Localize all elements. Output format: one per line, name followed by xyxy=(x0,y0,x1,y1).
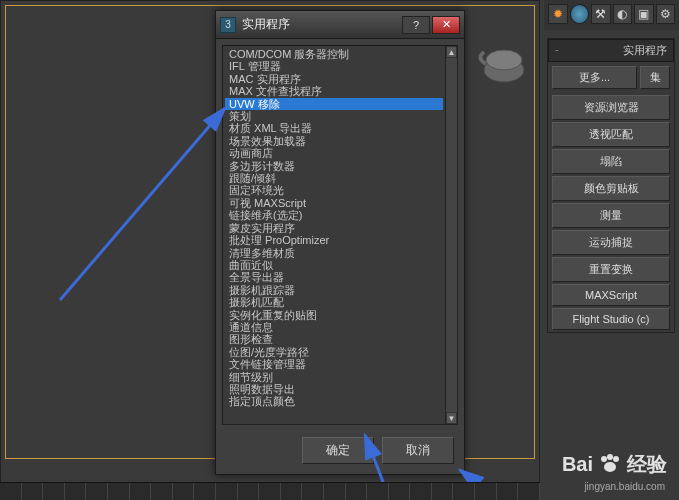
utilities-listbox[interactable]: COM/DCOM 服务器控制IFL 管理器MAC 实用程序MAX 文件查找程序U… xyxy=(222,45,458,425)
watermark-brand-a: Bai xyxy=(562,453,593,476)
list-item[interactable]: 策划 xyxy=(225,110,443,122)
list-item[interactable]: IFL 管理器 xyxy=(225,60,443,72)
list-item[interactable]: 文件链接管理器 xyxy=(225,358,443,370)
sphere-icon[interactable]: ◐ xyxy=(613,4,633,24)
watermark-brand-b: 经验 xyxy=(627,451,667,478)
utility-button[interactable]: 资源浏览器 xyxy=(552,95,670,120)
top-toolbar: ✹ ⚒ ◐ ▣ ⚙ xyxy=(544,0,679,30)
globe-icon[interactable] xyxy=(570,4,590,24)
list-item[interactable]: 照明数据导出 xyxy=(225,383,443,395)
list-item[interactable]: UVW 移除 xyxy=(225,98,443,110)
list-item[interactable]: 位图/光度学路径 xyxy=(225,346,443,358)
help-button[interactable]: ? xyxy=(402,16,430,34)
ok-button[interactable]: 确定 xyxy=(302,437,374,464)
scrollbar[interactable]: ▲ ▼ xyxy=(445,46,457,424)
list-item[interactable]: MAX 文件查找程序 xyxy=(225,85,443,97)
cancel-button[interactable]: 取消 xyxy=(382,437,454,464)
list-item[interactable]: 链接维承(选定) xyxy=(225,209,443,221)
paw-icon xyxy=(599,454,621,476)
close-button[interactable]: ✕ xyxy=(432,16,460,34)
list-item[interactable]: 细节级别 xyxy=(225,371,443,383)
utility-button[interactable]: 测量 xyxy=(552,203,670,228)
app-icon: 3 xyxy=(220,17,236,33)
dialog-title: 实用程序 xyxy=(242,16,400,33)
list-item[interactable]: 蒙皮实用程序 xyxy=(225,222,443,234)
utility-button[interactable]: Flight Studio (c) xyxy=(552,308,670,330)
list-item[interactable]: 通道信息 xyxy=(225,321,443,333)
list-item[interactable]: COM/DCOM 服务器控制 xyxy=(225,48,443,60)
list-item[interactable]: 清理多维材质 xyxy=(225,247,443,259)
more-button[interactable]: 更多... xyxy=(552,66,637,89)
panel-title: 实用程序 xyxy=(623,43,667,58)
svg-point-1 xyxy=(486,50,522,70)
utility-button[interactable]: MAXScript xyxy=(552,284,670,306)
list-item[interactable]: 动画商店 xyxy=(225,147,443,159)
list-item[interactable]: MAC 实用程序 xyxy=(225,73,443,85)
scroll-up-icon[interactable]: ▲ xyxy=(446,46,457,58)
hammer-icon[interactable]: ⚒ xyxy=(591,4,611,24)
dialog-button-row: 确定 取消 xyxy=(216,431,464,474)
list-item[interactable]: 图形检查 xyxy=(225,333,443,345)
list-item[interactable]: 可视 MAXScript xyxy=(225,197,443,209)
scene-object-teapot xyxy=(474,30,534,90)
set-button[interactable]: 集 xyxy=(640,66,670,89)
camera-icon[interactable]: ▣ xyxy=(634,4,654,24)
gear-icon[interactable]: ⚙ xyxy=(656,4,676,24)
list-item[interactable]: 曲面近似 xyxy=(225,259,443,271)
list-item[interactable]: 跟随/倾斜 xyxy=(225,172,443,184)
list-item[interactable]: 材质 XML 导出器 xyxy=(225,122,443,134)
utility-button[interactable]: 塌陷 xyxy=(552,149,670,174)
utility-button[interactable]: 重置变换 xyxy=(552,257,670,282)
list-item[interactable]: 批处理 ProOptimizer xyxy=(225,234,443,246)
sun-icon[interactable]: ✹ xyxy=(548,4,568,24)
list-item[interactable]: 多边形计数器 xyxy=(225,160,443,172)
dialog-titlebar[interactable]: 3 实用程序 ? ✕ xyxy=(216,11,464,39)
list-item[interactable]: 摄影机匹配 xyxy=(225,296,443,308)
utility-button[interactable]: 运动捕捉 xyxy=(552,230,670,255)
list-item[interactable]: 全景导出器 xyxy=(225,271,443,283)
timeline[interactable] xyxy=(0,482,540,500)
utilities-panel: 实用程序 更多... 集 资源浏览器透视匹配塌陷颜色剪贴板测量运动捕捉重置变换M… xyxy=(547,38,675,333)
utilities-dialog: 3 实用程序 ? ✕ COM/DCOM 服务器控制IFL 管理器MAC 实用程序… xyxy=(215,10,465,475)
list-item[interactable]: 摄影机跟踪器 xyxy=(225,284,443,296)
list-item[interactable]: 实例化重复的贴图 xyxy=(225,309,443,321)
scroll-down-icon[interactable]: ▼ xyxy=(446,412,457,424)
list-item[interactable]: 指定顶点颜色 xyxy=(225,395,443,407)
watermark-url: jingyan.baidu.com xyxy=(584,481,665,492)
list-item[interactable]: 固定环境光 xyxy=(225,184,443,196)
panel-header[interactable]: 实用程序 xyxy=(548,39,674,62)
utility-button[interactable]: 透视匹配 xyxy=(552,122,670,147)
watermark: Bai 经验 xyxy=(562,451,667,478)
utility-button[interactable]: 颜色剪贴板 xyxy=(552,176,670,201)
list-item[interactable]: 场景效果加载器 xyxy=(225,135,443,147)
